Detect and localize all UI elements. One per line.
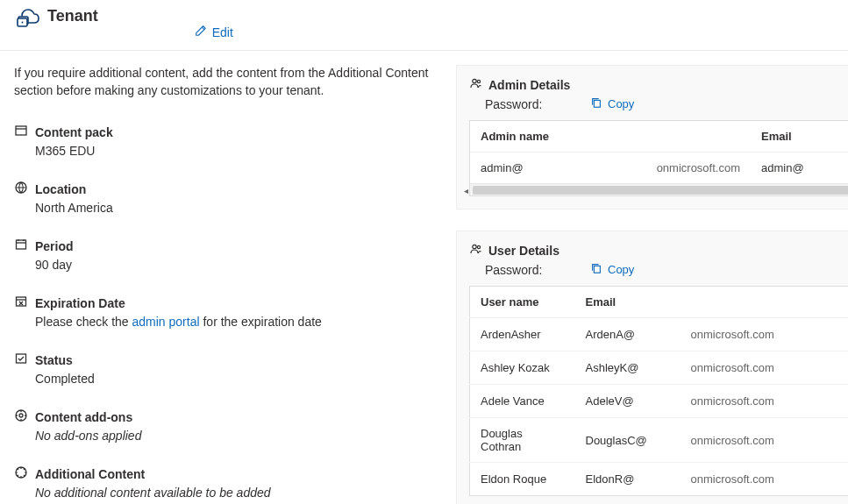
field-label: Location [35,182,86,196]
field-additional-content: Additional Content No additional content… [14,465,435,500]
user-domain: onmicrosoft.com [681,463,849,496]
exp-suffix: for the expiration date [200,315,322,329]
field-value: No add-ons applied [35,429,435,443]
copy-label: Copy [608,97,634,110]
globe-icon [14,181,28,197]
admin-table: Admin name Email admin@ onmicrosoft.com … [470,121,848,183]
scroll-left-arrow[interactable]: ◂ [460,184,472,196]
calendar-x-icon [14,295,28,311]
user-col-email: Email [575,287,849,318]
user-password-label: Password: [485,263,590,277]
admin-portal-link[interactable]: admin portal [132,315,200,329]
field-label: Status [35,353,73,367]
table-row: Ashley KozakAshleyK@onmicrosoft.comCopy [470,351,849,385]
user-name: Douglas Cothran [470,418,575,463]
table-row: Douglas CothranDouglasC@onmicrosoft.comC… [470,418,849,463]
admin-name-domain: onmicrosoft.com [610,153,751,184]
admin-password-copy-button[interactable]: Copy [590,96,634,111]
admin-table-container: Admin name Email admin@ onmicrosoft.com … [469,120,848,196]
user-email: AdeleV@ [575,385,681,418]
user-name: ArdenAsher [470,318,575,351]
user-email: DouglasC@ [575,418,681,463]
svg-rect-3 [16,126,26,135]
admin-col-name: Admin name [470,121,751,153]
addon-icon [14,408,28,425]
additional-icon [14,465,28,482]
copy-icon [590,96,602,111]
field-value: Completed [35,372,435,386]
user-email: ArdenA@ [575,318,681,351]
admin-email: admin@ [751,153,848,184]
field-status: Status Completed [14,351,435,386]
admin-table-scrollbar[interactable]: ◂ ▸ [470,183,848,195]
svg-point-2 [22,22,24,24]
exp-prefix: Please check the [35,315,132,329]
table-row: ArdenAsherArdenA@onmicrosoft.comCopy [470,318,849,351]
field-expiration: Expiration Date Please check the admin p… [14,295,435,329]
page-title: Tenant [47,7,98,25]
admin-name: admin@ [470,153,610,184]
admin-col-email: Email [751,121,848,153]
content-area: If you require additional content, add t… [0,51,848,504]
field-label: Expiration Date [35,296,125,310]
user-domain: onmicrosoft.com [681,418,849,463]
people-icon [469,76,483,93]
field-label: Content add-ons [35,410,132,424]
package-icon [14,124,28,140]
page-header: Tenant Edit [0,5,848,51]
field-location: Location North America [14,181,435,215]
user-email: AshleyK@ [575,351,681,385]
pencil-icon [195,25,207,39]
svg-point-11 [473,79,476,82]
field-addons: Content add-ons No add-ons applied [14,408,435,443]
scroll-thumb[interactable] [473,186,848,195]
user-domain: onmicrosoft.com [681,351,849,385]
field-value: 90 day [35,258,435,272]
table-row: Adele VanceAdeleV@onmicrosoft.comCopy [470,385,849,418]
field-value: No additional content available to be ad… [35,486,435,500]
svg-rect-5 [17,240,26,249]
field-value: M365 EDU [35,144,435,158]
field-label: Additional Content [35,467,145,481]
svg-point-12 [477,80,480,82]
table-row: Eldon RoqueEldonR@onmicrosoft.comCopy [470,463,849,496]
copy-icon [590,262,602,277]
edit-button[interactable]: Edit [195,25,233,39]
tenant-cloud-icon [14,5,40,32]
calendar-icon [14,238,28,254]
edit-label: Edit [212,25,233,39]
user-name: Ashley Kozak [470,351,575,385]
svg-rect-16 [594,266,600,273]
admin-details-panel: Admin Details Password: Copy Admin name … [456,65,848,209]
user-heading: User Details [488,244,559,258]
svg-rect-7 [17,354,26,363]
user-domain: onmicrosoft.com [681,385,849,418]
user-details-panel: User Details Password: Copy User name Em… [456,231,848,504]
status-icon [14,351,28,368]
right-column: Admin Details Password: Copy Admin name … [456,65,848,504]
field-value: Please check the admin portal for the ex… [35,315,435,329]
user-password-copy-button[interactable]: Copy [590,262,634,277]
field-period: Period 90 day [14,238,435,272]
admin-row: admin@ onmicrosoft.com admin@ onmicrosof… [470,153,848,184]
admin-heading: Admin Details [488,78,570,92]
svg-point-9 [19,414,23,417]
intro-text: If you require additional content, add t… [14,65,435,99]
people-icon [469,242,483,259]
user-domain: onmicrosoft.com [681,318,849,351]
field-label: Content pack [35,125,113,139]
svg-rect-13 [594,100,600,107]
svg-point-15 [477,245,480,248]
user-name: Eldon Roque [470,463,575,496]
user-table: User name Email ArdenAsherArdenA@onmicro… [469,286,848,496]
svg-point-14 [473,245,476,248]
admin-password-label: Password: [485,97,590,111]
field-value: North America [35,201,435,215]
field-content-pack: Content pack M365 EDU [14,124,435,158]
svg-rect-6 [17,297,26,306]
copy-label: Copy [608,263,634,276]
left-column: If you require additional content, add t… [14,65,435,504]
field-label: Period [35,239,74,253]
user-name: Adele Vance [470,385,575,418]
user-col-name: User name [470,287,575,318]
